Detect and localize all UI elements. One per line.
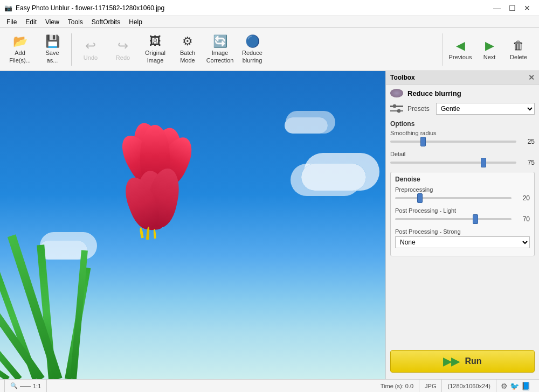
- previous-button[interactable]: ◀ Previous: [446, 31, 474, 68]
- zoom-slider-area: ——: [20, 383, 31, 389]
- redo-icon: ↪: [118, 38, 128, 53]
- add-file-button[interactable]: 📂 AddFile(s)...: [4, 31, 36, 68]
- minimize-button[interactable]: —: [489, 1, 505, 16]
- delete-button[interactable]: 🗑 Delete: [505, 31, 533, 68]
- denoise-section: Denoise Preprocessing 20 Post Processing…: [390, 172, 535, 256]
- image-correction-label: ImageCorrection: [206, 50, 234, 64]
- post-light-label: Post Processing - Light: [395, 207, 530, 214]
- menu-softorbits[interactable]: SoftOrbits: [87, 17, 125, 27]
- reduce-blurring-section: Reduce blurring: [390, 89, 535, 97]
- delete-icon: 🗑: [513, 39, 524, 53]
- sliders-icon: [390, 104, 403, 114]
- cloud-3: [285, 117, 328, 134]
- previous-icon: ◀: [456, 39, 465, 53]
- original-image-button[interactable]: 🖼 OriginalImage: [140, 31, 171, 68]
- post-strong-label: Post Processing - Strong: [395, 228, 530, 235]
- status-icons: ⚙ 🐦 📘: [496, 382, 535, 390]
- toolbox-header: Toolbox ✕: [386, 71, 539, 85]
- toolbar-separator-right: [443, 33, 443, 66]
- redo-label: Redo: [116, 54, 130, 61]
- post-light-value: 70: [515, 215, 530, 223]
- right-toolbar: ◀ Previous ▶ Next 🗑 Delete: [443, 31, 535, 68]
- preprocessing-container: 20: [395, 194, 530, 202]
- cloud-1: [301, 164, 366, 191]
- statusbar: 🔍 —— 1:1 Time (s): 0.0 JPG (1280x1060x24…: [0, 379, 539, 392]
- format-label: JPG: [425, 383, 436, 389]
- original-image-icon: 🖼: [149, 34, 161, 48]
- post-strong-row: Post Processing - Strong None Light Medi…: [395, 228, 530, 248]
- options-label: Options: [390, 120, 535, 128]
- blur-icon: [390, 89, 403, 97]
- undo-label: Undo: [84, 54, 98, 61]
- detail-row: Detail 75: [390, 151, 535, 166]
- twitter-status-icon[interactable]: 🐦: [510, 382, 519, 390]
- main-content: Toolbox ✕ Reduce blurring Pres: [0, 71, 539, 379]
- smoothing-radius-row: Smoothing radius 25: [390, 130, 535, 145]
- post-strong-select[interactable]: None Light Medium Strong: [395, 236, 530, 248]
- menu-file[interactable]: File: [2, 17, 21, 27]
- close-button[interactable]: ✕: [520, 1, 535, 16]
- titlebar-controls: — ☐ ✕: [489, 1, 535, 16]
- reduce-blurring-label: Reduceblurring: [242, 50, 262, 64]
- menu-help[interactable]: Help: [125, 17, 147, 27]
- stamen-3: [153, 228, 156, 238]
- settings-status-icon[interactable]: ⚙: [501, 382, 508, 390]
- presets-row: Presets Gentle Medium Strong Custom: [390, 103, 535, 115]
- menubar: File Edit View Tools SoftOrbits Help: [0, 16, 539, 28]
- batch-mode-label: BatchMode: [180, 50, 195, 64]
- preprocessing-label: Preprocessing: [395, 186, 530, 193]
- post-light-row: Post Processing - Light 70: [395, 207, 530, 223]
- time-label: Time (s): 0.0: [381, 383, 413, 389]
- toolbox: Toolbox ✕ Reduce blurring Pres: [385, 71, 539, 379]
- post-light-slider[interactable]: [395, 218, 512, 220]
- original-image-label: OriginalImage: [145, 50, 165, 64]
- redo-button[interactable]: ↪ Redo: [107, 31, 139, 68]
- maximize-button[interactable]: ☐: [505, 1, 520, 16]
- detail-label: Detail: [390, 151, 535, 157]
- reduce-blurring-icon: 🔵: [245, 34, 260, 48]
- add-file-label: AddFile(s)...: [9, 50, 31, 64]
- toolbox-close-button[interactable]: ✕: [528, 73, 535, 82]
- next-button[interactable]: ▶ Next: [475, 31, 503, 68]
- facebook-status-icon[interactable]: 📘: [521, 382, 530, 390]
- menu-tools[interactable]: Tools: [64, 17, 87, 27]
- toolbox-body: Reduce blurring Presets Gentle Medium S: [386, 85, 539, 344]
- dimensions-label: (1280x1060x24): [447, 383, 490, 389]
- detail-slider[interactable]: [390, 162, 516, 164]
- menu-view[interactable]: View: [41, 17, 64, 27]
- zoom-level: 1:1: [33, 383, 41, 389]
- preprocessing-slider[interactable]: [395, 197, 512, 199]
- reduce-blurring-section-label: Reduce blurring: [407, 89, 461, 97]
- preprocessing-row: Preprocessing 20: [395, 186, 530, 202]
- zoom-controls: 🔍 —— 1:1: [4, 380, 47, 392]
- batch-mode-button[interactable]: ⚙ BatchMode: [172, 31, 203, 68]
- image-correction-button[interactable]: 🔄 ImageCorrection: [204, 31, 236, 68]
- toolbar: 📂 AddFile(s)... 💾 Saveas... ↩ Undo ↪ Red…: [0, 28, 539, 71]
- time-display: Time (s): 0.0: [375, 380, 419, 392]
- menu-edit[interactable]: Edit: [21, 17, 41, 27]
- run-button-container: ▶▶ Run: [386, 344, 539, 379]
- presets-icon: [390, 104, 403, 114]
- save-as-button[interactable]: 💾 Saveas...: [37, 31, 68, 68]
- reduce-blurring-button[interactable]: 🔵 Reduceblurring: [237, 31, 268, 68]
- post-light-container: 70: [395, 215, 530, 223]
- run-button[interactable]: ▶▶ Run: [390, 350, 535, 373]
- flower-head: [108, 122, 194, 241]
- smoothing-radius-slider[interactable]: [390, 141, 516, 143]
- zoom-icon: 🔍: [10, 382, 18, 389]
- run-label: Run: [465, 356, 481, 366]
- toolbox-title: Toolbox: [390, 74, 415, 81]
- next-label: Next: [483, 54, 496, 60]
- svg-point-1: [393, 104, 396, 108]
- titlebar: 📷 Easy Photo Unblur - flower-1171582-128…: [0, 0, 539, 16]
- presets-select[interactable]: Gentle Medium Strong Custom: [436, 103, 535, 115]
- app-icon: 📷: [4, 4, 12, 12]
- smoothing-radius-value: 25: [520, 138, 535, 145]
- format-display: JPG: [419, 380, 442, 392]
- detail-container: 75: [390, 159, 535, 166]
- spike-7: [8, 234, 63, 379]
- undo-button[interactable]: ↩ Undo: [75, 31, 106, 68]
- toolbar-separator-1: [71, 33, 72, 66]
- batch-mode-icon: ⚙: [182, 34, 193, 48]
- preprocessing-value: 20: [515, 194, 530, 202]
